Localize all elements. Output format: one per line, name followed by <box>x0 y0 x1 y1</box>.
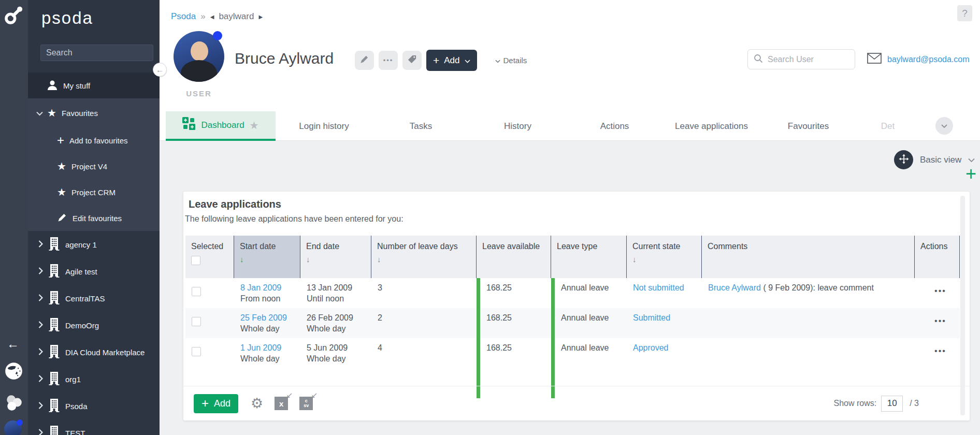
start-date-link[interactable]: 1 Jun 2009 <box>240 343 300 353</box>
rows-per-page-input[interactable] <box>881 396 903 412</box>
psoda-logo-icon[interactable] <box>4 5 24 28</box>
move-widget-button[interactable] <box>894 150 913 169</box>
end-date: 13 Jan 2009 <box>307 283 371 293</box>
leave-available: 168.25 <box>477 308 551 338</box>
add-button[interactable]: + Add <box>426 50 477 71</box>
row-checkbox[interactable] <box>192 287 201 296</box>
tab-history[interactable]: History <box>469 111 566 141</box>
sidebar-item-label: CentralTAS <box>65 294 105 303</box>
current-state-link[interactable]: Not submitted <box>633 283 684 292</box>
leave-available: 168.25 <box>477 278 551 308</box>
more-actions-button[interactable]: ••• <box>379 51 398 70</box>
sidebar-collapse-button[interactable]: ← <box>153 63 167 77</box>
sidebar-item-add-to-favourites[interactable]: + Add to favourites <box>28 127 160 153</box>
sidebar-search-input[interactable] <box>40 45 153 61</box>
sidebar: psoda My stuff ★ Favourites + Add to fav… <box>28 0 160 435</box>
column-header-leave-type[interactable]: Leave type <box>551 236 627 278</box>
user-search-input[interactable] <box>768 55 845 64</box>
next-sibling-icon[interactable]: ▶ <box>258 14 263 20</box>
brand-wordmark[interactable]: psoda <box>28 0 160 36</box>
tab-dashboard[interactable]: Dashboard ★ <box>166 111 276 141</box>
row-checkbox[interactable] <box>192 317 201 326</box>
sidebar-item-psoda[interactable]: Psoda <box>28 393 160 419</box>
column-header-end-date[interactable]: End date ↓ <box>300 236 371 278</box>
sort-down-icon[interactable]: ↓ <box>377 255 476 264</box>
table-settings-gear-icon[interactable]: ⚙ <box>251 397 263 411</box>
column-header-number-of-leave-days[interactable]: Number of leave days ↓ <box>371 236 477 278</box>
start-date-link[interactable]: 25 Feb 2009 <box>240 313 300 323</box>
column-header-comments[interactable]: Comments <box>702 236 915 278</box>
plus-icon: + <box>201 396 209 411</box>
start-date-link[interactable]: 8 Jan 2009 <box>240 283 300 293</box>
chevron-right-icon <box>38 267 43 276</box>
details-toggle[interactable]: Details <box>495 56 527 65</box>
star-icon[interactable]: ★ <box>250 119 259 132</box>
rows-total: / 3 <box>910 399 919 408</box>
sidebar-item-project-v4[interactable]: ★ Project V4 <box>28 153 160 179</box>
tab-label: Leave applications <box>675 121 748 132</box>
comments-cell <box>702 308 915 338</box>
current-state-link[interactable]: Submitted <box>633 313 670 322</box>
view-selector[interactable]: Basic view <box>920 155 961 165</box>
sidebar-item-favourites[interactable]: ★ Favourites <box>28 98 160 127</box>
tab-tasks[interactable]: Tasks <box>372 111 469 141</box>
breadcrumb-root-link[interactable]: Psoda <box>171 11 196 22</box>
sidebar-item-demoorg[interactable]: DemoOrg <box>28 312 160 339</box>
panel-description: The following leave applications have be… <box>185 214 403 224</box>
prev-sibling-icon[interactable]: ◀ <box>210 14 214 20</box>
sidebar-item-centraltas[interactable]: CentralTAS <box>28 285 160 312</box>
column-header-start-date[interactable]: Start date ↓ <box>234 236 300 278</box>
tag-button[interactable] <box>402 51 422 70</box>
tab-login-history[interactable]: Login history <box>276 111 372 141</box>
add-widget-button[interactable]: + <box>965 165 976 183</box>
row-actions-button[interactable]: ••• <box>915 338 960 368</box>
user-email-link[interactable]: baylward@psoda.com <box>887 55 970 64</box>
comment-author-link[interactable]: Bruce Aylward <box>708 283 761 292</box>
row-actions-button[interactable]: ••• <box>915 278 960 308</box>
table-scrollbar[interactable] <box>960 196 965 415</box>
sidebar-item-agile-test[interactable]: Agile test <box>28 258 160 285</box>
sidebar-item-org1[interactable]: org1 <box>28 366 160 393</box>
current-state-link[interactable]: Approved <box>633 343 669 352</box>
tab-leave-applications[interactable]: Leave applications <box>663 111 760 141</box>
column-header-actions: Actions <box>915 236 960 278</box>
star-icon: ★ <box>57 187 66 197</box>
ellipsis-icon: ••• <box>383 56 394 64</box>
column-header-current-state[interactable]: Current state ↓ <box>627 236 702 278</box>
sidebar-item-agency-1[interactable]: agency 1 <box>28 231 160 258</box>
tab-label: Det <box>881 121 895 132</box>
sidebar-item-test[interactable]: TEST <box>28 419 160 435</box>
globe-icon[interactable] <box>4 361 23 383</box>
leave-available: 168.25 <box>477 338 551 368</box>
column-header-leave-available[interactable]: Leave available <box>477 236 551 278</box>
column-header-selected[interactable]: Selected <box>185 236 234 278</box>
select-all-checkbox[interactable] <box>191 256 200 265</box>
tab-details-truncated[interactable]: Det <box>857 111 919 141</box>
apps-cluster-icon[interactable] <box>5 394 23 414</box>
sort-down-icon[interactable]: ↓ <box>240 255 300 264</box>
presence-dot <box>17 419 23 426</box>
sidebar-item-my-stuff[interactable]: My stuff <box>28 72 160 98</box>
breadcrumb-current: baylward <box>219 11 254 22</box>
sort-down-icon[interactable]: ↓ <box>632 255 701 264</box>
sidebar-item-label: org1 <box>65 375 81 384</box>
collapse-rail-arrow-icon[interactable]: ← <box>7 337 19 351</box>
help-button[interactable]: ? <box>957 5 972 21</box>
sidebar-item-label: DIA Cloud Marketplace <box>65 348 145 357</box>
tab-favourites[interactable]: Favourites <box>760 111 857 141</box>
tabs-overflow-button[interactable] <box>935 117 953 135</box>
row-checkbox[interactable] <box>192 347 201 356</box>
row-actions-button[interactable]: ••• <box>915 308 960 338</box>
tab-actions[interactable]: Actions <box>566 111 663 141</box>
table-row: 1 Jun 2009 Whole day 5 Jun 2009 Whole da… <box>185 338 960 368</box>
header-actions: ••• + Add Details <box>355 50 527 71</box>
export-excel-button[interactable]: x ↙ <box>275 397 288 410</box>
sidebar-item-dia-cloud-marketplace[interactable]: DIA Cloud Marketplace <box>28 339 160 366</box>
edit-button[interactable] <box>355 51 374 70</box>
export-csv-button[interactable]: csv ↙ <box>299 397 313 410</box>
rail-user-avatar[interactable] <box>4 421 22 435</box>
add-leave-button[interactable]: + Add <box>194 394 238 413</box>
sidebar-item-project-crm[interactable]: ★ Project CRM <box>28 179 160 205</box>
sidebar-item-edit-favourites[interactable]: Edit favourites <box>28 205 160 231</box>
sort-down-icon[interactable]: ↓ <box>306 255 371 264</box>
